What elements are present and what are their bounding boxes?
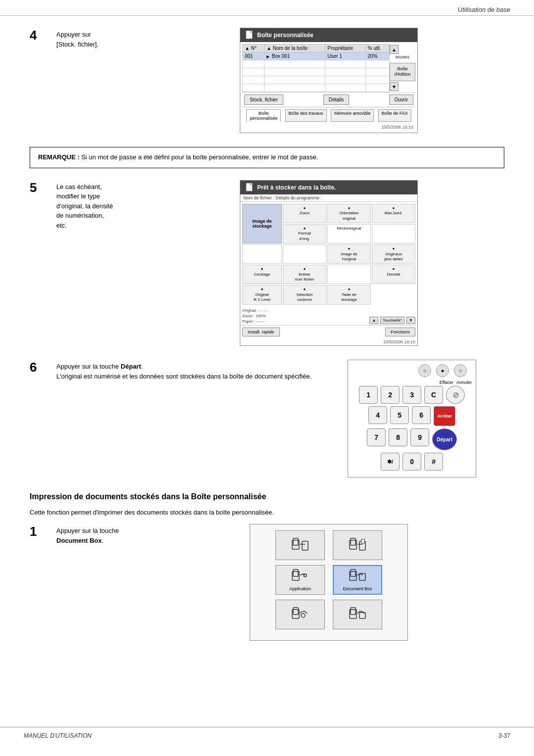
docbox-row-2: Application Document Box [256, 565, 401, 595]
step-6-text-bold: Départ [121, 363, 141, 370]
scroll-up[interactable]: ▲ [390, 45, 399, 54]
fax-icon [291, 607, 309, 620]
kp-1[interactable]: 1 [359, 386, 378, 404]
storage-label: Image de stockage [242, 204, 282, 243]
details-btn[interactable]: Détails [323, 94, 350, 105]
svg-rect-10 [351, 538, 356, 545]
svg-rect-21 [293, 608, 298, 614]
opt-zoom: ●Zoom [283, 204, 326, 223]
app-scan-icon [291, 568, 309, 582]
docbox-btn-2[interactable] [333, 530, 382, 560]
screen2-footer: Install. rapide Fonctions [240, 325, 417, 338]
ouvrir-btn[interactable]: Ouvrir [389, 94, 413, 105]
screen-boite-personnalisee: Boîte personnalisée ▲ N° ▲ Nom de la boî… [240, 28, 418, 133]
step-6-number: 6 [30, 360, 48, 375]
table-wrap: ▲ N° ▲ Nom de la boîte Propriétaire % ut… [242, 44, 415, 92]
cell-empty [264, 68, 325, 76]
footer-page: 3-37 [498, 732, 510, 739]
keypad-box: ○ ● ○ Effacer Annuler 1 2 3 C ⊘ [348, 360, 476, 477]
docbox-btn-1[interactable] [275, 530, 325, 560]
kp-star[interactable]: ✱/ [381, 453, 400, 471]
application-btn[interactable]: Application [275, 565, 325, 595]
kp-arret[interactable]: Arrêter [434, 406, 455, 426]
kp-7[interactable]: 7 [367, 428, 386, 446]
tab-memoire-amovible[interactable]: Mémoire amovible [331, 109, 374, 122]
touchesn-label: TouchesN° [380, 317, 404, 324]
col-name: ▲ Nom de la boîte [264, 45, 325, 52]
kp-C[interactable]: C [424, 386, 443, 404]
scroll-up-btn[interactable]: ▲ [369, 317, 378, 324]
scroll-down[interactable]: ▼ [390, 82, 399, 91]
tab-boite-travaux[interactable]: Boîte des travaux [285, 109, 327, 122]
kp-hash[interactable]: # [424, 453, 443, 471]
table-row: 001 ▶ Box 001 User 1 20% [243, 52, 390, 60]
step-1-print-image: Application Document Box [153, 524, 504, 641]
tab-boite-fax[interactable]: Boîte de FAX [378, 109, 411, 122]
note-box: REMARQUE : Si un mot de passe a été défi… [30, 147, 504, 168]
opt-recto: Recto/original [327, 224, 371, 243]
opt-e4 [327, 265, 371, 284]
cell-empty [365, 68, 389, 76]
step-6-text: Appuyer sur la touche Départ. L'original… [56, 360, 312, 381]
stock-fichier-btn[interactable]: Stock. fichier [244, 94, 283, 105]
cell-name: ▶ Box 001 [264, 52, 325, 60]
table-row [243, 60, 390, 68]
svg-rect-1 [246, 31, 250, 39]
col-num: ▲ N° [243, 45, 265, 52]
kp-3[interactable]: 3 [402, 386, 421, 404]
note-text: Si un mot de passe a été défini pour la … [81, 153, 318, 161]
install-rapide-btn[interactable]: Install. rapide [242, 328, 280, 336]
kp-8[interactable]: 8 [389, 428, 407, 446]
kp-9[interactable]: 9 [410, 428, 429, 446]
kp-2[interactable]: 2 [381, 386, 400, 404]
cell-usage: 20% [365, 52, 389, 60]
fonctions-btn[interactable]: Fonctions [385, 328, 415, 336]
kp-depart[interactable]: Départ [432, 428, 457, 450]
section-heading: Impression de documents stockés dans la … [30, 491, 504, 502]
screen-pret-stocker: Prêt à stocker dans la boîte. Nom de fic… [240, 180, 418, 346]
docbox-btn-5[interactable] [275, 600, 325, 629]
step-4-number: 4 [30, 28, 48, 43]
opt-taille: ●Taille destockage [327, 285, 371, 304]
docbox-row-1 [256, 530, 401, 560]
cell-empty [365, 84, 389, 92]
step-4-row: 4 Appuyer sur [Stock. fichier]. Boîte pe… [30, 28, 504, 133]
kp-0[interactable]: 0 [402, 453, 421, 471]
boite-edition-btn[interactable]: Boîte d'édition [390, 63, 415, 81]
step-5-text: Le cas échéant, modifier le type d'origi… [56, 180, 145, 231]
screen-timestamp: 10/5/2006 10:10 [242, 124, 415, 131]
cell-owner: User 1 [325, 52, 365, 60]
scroll-down-btn[interactable]: ▼ [406, 317, 415, 324]
step-1-text-line1: Appuyer sur la touche [56, 527, 119, 534]
kp-cancel[interactable]: ⊘ [446, 386, 465, 404]
btn-icon-1 [291, 537, 309, 554]
table-container: ▲ N° ▲ Nom de la boîte Propriétaire % ut… [242, 44, 390, 92]
docbox-btn-6[interactable] [333, 600, 382, 629]
document-box-btn[interactable]: Document Box [333, 565, 382, 595]
kp-6[interactable]: 6 [412, 406, 431, 424]
note-prefix: REMARQUE : [38, 153, 80, 161]
step-1-text-bold: Document Box [56, 537, 102, 544]
step-4-text: Appuyer sur [Stock. fichier]. [56, 28, 145, 49]
opt-selection: ●Sélectioncouleurs [283, 285, 326, 304]
footer-manual: MANUEL D'UTILISATION [24, 732, 91, 739]
step-5-image: Prêt à stocker dans la boîte. Nom de fic… [153, 180, 504, 346]
docbox-keypad: Application Document Box [250, 524, 408, 641]
cell-empty [243, 84, 265, 92]
scroll-arrows: ▲ 001/001 Boîte d'édition ▼ [390, 44, 415, 92]
kp-row-1: 1 2 3 C ⊘ [352, 386, 472, 404]
tab-boite-perso[interactable]: Boîtepersonnalisée [246, 109, 281, 122]
svg-rect-6 [293, 538, 298, 545]
kp-5[interactable]: 5 [390, 406, 409, 424]
document-box-icon [349, 568, 366, 582]
opt-centrage: ●Centrage [242, 265, 282, 284]
application-label: Application [289, 586, 311, 591]
kp-4[interactable]: 4 [368, 406, 387, 424]
kp-row-3: 7 8 9 Départ [352, 428, 472, 450]
effacer-label: Effacer [440, 380, 453, 385]
svg-rect-13 [361, 539, 364, 543]
col-owner: Propriétaire [325, 45, 365, 52]
table-row [243, 76, 390, 84]
kp-icon-3: ○ [454, 364, 467, 377]
step-1-print-text: Appuyer sur la touche Document Box. [56, 524, 145, 545]
